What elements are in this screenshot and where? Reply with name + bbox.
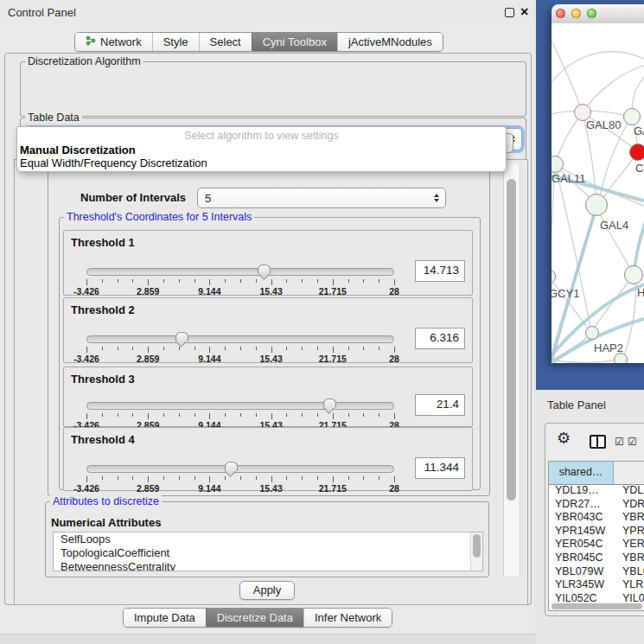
slider-track[interactable] (86, 335, 394, 343)
slider-track[interactable] (86, 268, 394, 276)
tab-discretize-data[interactable]: Discretize Data (206, 609, 303, 627)
zoom-traffic-light-icon[interactable] (587, 9, 596, 18)
float-window-icon[interactable] (505, 8, 514, 17)
scale-tick (317, 413, 318, 417)
table-cell: YBR0 (614, 511, 644, 525)
discretization-algorithm-group: Discretization Algorithm (20, 61, 526, 117)
scale-tick (271, 413, 272, 419)
network-node[interactable] (585, 194, 608, 216)
threshold-1-box: Threshold 1 -3.4262.8599.14415.4321.7152… (63, 230, 473, 296)
split-columns-icon[interactable] (590, 435, 606, 449)
number-of-intervals-select[interactable]: 5 (197, 188, 446, 208)
table-row[interactable]: YLR345WYLR3 (549, 578, 644, 592)
network-node[interactable] (623, 108, 641, 125)
select-all-checkbox-icon[interactable]: ☑ (615, 436, 624, 448)
slider-track[interactable] (86, 402, 394, 410)
slider-thumb[interactable] (175, 332, 188, 341)
scale-label: -3.426 (73, 483, 99, 494)
threshold-3-label: Threshold 3 (71, 373, 135, 386)
apply-button[interactable]: Apply (239, 581, 295, 600)
tab-impute-data[interactable]: Impute Data (124, 609, 206, 627)
horizontal-scrollbar-thumb[interactable] (552, 603, 642, 609)
attribute-list-item[interactable]: BetweennessCentrality (54, 560, 482, 571)
slider-thumb[interactable] (258, 265, 271, 274)
table-cell: YBR0 (614, 552, 644, 565)
scale-label: 21.715 (319, 354, 347, 364)
network-canvas[interactable]: GAL80GACGAL11GAL4GCY1HHAP2 (552, 23, 644, 363)
table-cell: YBR043C (549, 511, 614, 525)
scale-tick (333, 279, 334, 285)
table-row[interactable]: YPR145WYPR1 (549, 525, 644, 539)
scale-tick (286, 347, 287, 350)
attribute-list-item[interactable]: TopologicalCoefficient (54, 546, 482, 560)
threshold-3-value[interactable]: 21.4 (415, 394, 465, 416)
slider-scale: -3.4262.8599.14415.4321.71528 (86, 476, 394, 495)
tab-style[interactable]: Style (152, 33, 199, 51)
tab-jactivemnodules[interactable]: jActiveMNodules (337, 33, 443, 51)
slider-track[interactable] (86, 465, 394, 473)
scale-tick (118, 347, 118, 350)
minimize-traffic-light-icon[interactable] (571, 9, 581, 18)
scale-tick (240, 413, 241, 417)
table-row[interactable]: YBR045CYBR0 (549, 552, 644, 565)
threshold-2-label: Threshold 2 (71, 303, 135, 316)
scale-tick (333, 413, 334, 419)
column-header-shared-name[interactable]: shared… (549, 462, 614, 484)
network-view-window[interactable]: GAL80GACGAL11GAL4GCY1HHAP2 (552, 4, 644, 363)
scale-tick (394, 413, 395, 419)
close-traffic-light-icon[interactable] (556, 9, 565, 18)
threshold-2-slider[interactable] (86, 335, 394, 343)
threshold-1-value[interactable]: 14.713 (415, 260, 465, 282)
tab-network[interactable]: Network (75, 33, 152, 51)
gear-icon[interactable]: ⚙ (557, 429, 571, 448)
column-header-name[interactable]: n (614, 462, 644, 484)
select-columns-checkbox-icon[interactable]: ☑ (628, 436, 637, 448)
tab-cyni-toolbox[interactable]: Cyni Toolbox (252, 33, 337, 51)
close-icon[interactable]: × (520, 3, 528, 21)
scale-tick (286, 476, 287, 480)
table-row[interactable]: YER054CYER0 (549, 538, 644, 552)
tab-discretize-data-label: Discretize Data (217, 611, 293, 624)
table-row[interactable]: YDR27…YDR2 (549, 498, 644, 512)
numerical-attributes-list[interactable]: SelfLoopsTopologicalCoefficientBetweenne… (53, 532, 483, 571)
threshold-3-slider[interactable] (86, 402, 394, 410)
table-row[interactable]: YBR043CYBR0 (549, 511, 644, 525)
tab-infer-network[interactable]: Infer Network (303, 609, 392, 627)
threshold-1-slider[interactable] (86, 268, 394, 276)
network-node[interactable] (629, 143, 644, 161)
scale-tick (348, 476, 349, 480)
scale-tick (163, 413, 164, 417)
scale-tick (286, 413, 287, 417)
scale-tick (86, 476, 87, 482)
scale-tick (271, 476, 272, 482)
scale-tick (163, 279, 164, 283)
scale-tick (148, 279, 149, 285)
slider-thumb[interactable] (323, 399, 336, 408)
threshold-4-value[interactable]: 11.344 (415, 457, 465, 479)
list-scrollbar-thumb[interactable] (473, 534, 481, 558)
scale-tick (194, 279, 195, 283)
scale-tick (256, 476, 257, 480)
table-row[interactable]: YDL19…YDL1 (549, 484, 644, 498)
network-node[interactable] (585, 326, 599, 340)
algorithm-option-equal-width[interactable]: Equal Width/Frequency Discretization (20, 156, 207, 169)
table-row[interactable]: YBL079WYBL0 (549, 565, 644, 579)
threshold-4-box: Threshold 4 -3.4262.8599.14415.4321.7152… (63, 427, 473, 491)
scale-tick (148, 413, 149, 419)
network-node[interactable] (614, 353, 628, 363)
slider-thumb[interactable] (225, 462, 238, 471)
node-label: GAL11 (552, 172, 586, 185)
list-scrollbar[interactable] (470, 532, 482, 571)
algorithm-option-manual[interactable]: Manual Discretization (20, 143, 136, 156)
slider-scale: -3.4262.8599.14415.4321.71528 (86, 279, 394, 298)
network-node[interactable] (624, 265, 643, 284)
horizontal-scrollbar[interactable] (550, 603, 644, 609)
tab-select[interactable]: Select (199, 33, 252, 51)
scale-label: 21.715 (319, 483, 347, 494)
vertical-scrollbar[interactable] (503, 163, 520, 576)
threshold-4-slider[interactable] (86, 465, 394, 473)
vertical-scrollbar-thumb[interactable] (507, 179, 516, 501)
scale-tick (379, 347, 379, 350)
attribute-list-item[interactable]: SelfLoops (54, 532, 482, 546)
threshold-2-value[interactable]: 6.316 (415, 328, 465, 349)
